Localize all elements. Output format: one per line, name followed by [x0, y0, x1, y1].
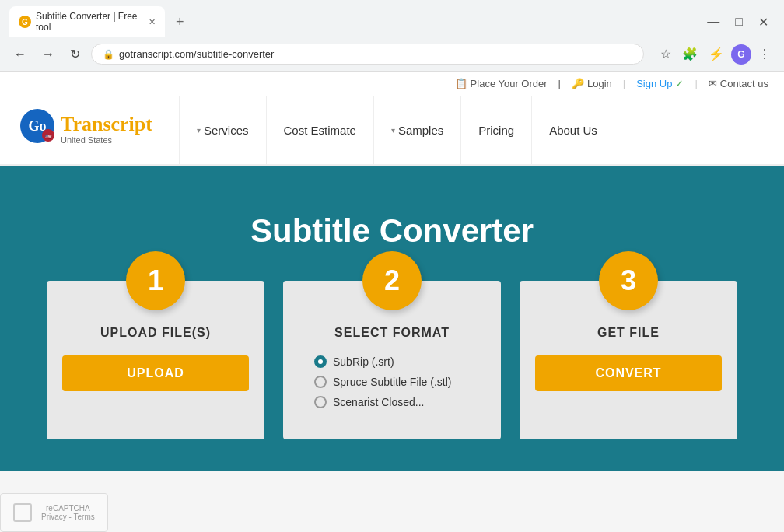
tab-favicon: G: [19, 16, 31, 28]
bookmark-icon[interactable]: ☆: [656, 44, 675, 65]
close-button[interactable]: ✕: [752, 13, 775, 31]
nav-items: ▾ Services Cost Estimate ▾ Samples Prici…: [179, 96, 784, 164]
main-nav: Go 🇺🇸 Transcript United States ▾ Service…: [0, 96, 784, 166]
step-1-card: 1 UPLOAD FILE(S) UPLOAD: [47, 281, 264, 439]
logo[interactable]: Go 🇺🇸 Transcript United States: [16, 107, 156, 153]
format-list: SubRip (.srt) Spruce Subtitle File (.stl…: [299, 355, 485, 408]
chevron-icon: ▾: [197, 126, 201, 135]
step-3-number: 3: [599, 251, 658, 310]
step-1-content: UPLOAD: [47, 355, 264, 391]
format-option-stl[interactable]: Spruce Subtitle File (.stl): [314, 376, 470, 388]
step-2-number: 2: [362, 251, 422, 310]
nav-item-services[interactable]: ▾ Services: [179, 96, 266, 164]
browser-titlebar: G Subtitle Converter | Free tool ✕ + — □…: [0, 0, 784, 40]
browser-chrome: G Subtitle Converter | Free tool ✕ + — □…: [0, 0, 784, 72]
address-bar[interactable]: 🔒 gotranscript.com/subtitle-converter: [91, 44, 644, 65]
nav-item-cost-estimate[interactable]: Cost Estimate: [266, 96, 373, 164]
nav-item-samples[interactable]: ▾ Samples: [373, 96, 460, 164]
maximize-button[interactable]: □: [729, 13, 749, 31]
refresh-button[interactable]: ↻: [65, 44, 85, 65]
convert-button[interactable]: CONVERT: [535, 355, 722, 391]
website: 📋 Place Your Order | 🔑 Login | Sign Up ✓…: [0, 72, 784, 471]
radio-scenarist[interactable]: [314, 396, 327, 408]
step-1-number: 1: [126, 251, 185, 310]
utility-bar: 📋 Place Your Order | 🔑 Login | Sign Up ✓…: [0, 72, 784, 96]
extensions-icon[interactable]: 🧩: [678, 44, 702, 65]
hero-section: Subtitle Converter 1 UPLOAD FILE(S) UPLO…: [0, 166, 784, 471]
new-tab-button[interactable]: +: [171, 12, 189, 32]
envelope-icon: ✉: [709, 78, 717, 89]
nav-item-about[interactable]: About Us: [531, 96, 614, 164]
place-order-link[interactable]: 📋 Place Your Order: [455, 78, 548, 89]
svg-text:United States: United States: [61, 135, 113, 145]
steps-container: 1 UPLOAD FILE(S) UPLOAD 2 SELECT FORMAT …: [16, 281, 768, 439]
tab-close-icon[interactable]: ✕: [149, 17, 156, 27]
page-title: Subtitle Converter: [16, 212, 768, 250]
format-option-scenarist[interactable]: Scenarist Closed...: [314, 396, 470, 408]
svg-text:Transcript: Transcript: [61, 113, 152, 135]
upload-button[interactable]: UPLOAD: [62, 355, 249, 391]
logo-area: Go 🇺🇸 Transcript United States: [0, 96, 179, 164]
login-link[interactable]: 🔑 Login: [572, 78, 612, 89]
utility-divider-3: |: [695, 78, 697, 89]
format-option-srt[interactable]: SubRip (.srt): [314, 355, 470, 368]
extension-icon-2[interactable]: ⚡: [705, 44, 728, 65]
nav-item-pricing[interactable]: Pricing: [460, 96, 531, 164]
forward-button[interactable]: →: [37, 44, 59, 65]
utility-divider-1: |: [558, 78, 561, 89]
step-2-card: 2 SELECT FORMAT SubRip (.srt) Spruce Sub…: [283, 281, 501, 439]
utility-divider-2: |: [623, 78, 625, 89]
step-2-title: SELECT FORMAT: [283, 326, 501, 340]
radio-srt[interactable]: [314, 355, 327, 368]
logo-image: Go 🇺🇸 Transcript United States: [16, 107, 156, 153]
radio-stl[interactable]: [314, 376, 327, 388]
signup-link[interactable]: Sign Up ✓: [636, 78, 684, 89]
svg-text:🇺🇸: 🇺🇸: [45, 133, 52, 140]
profile-avatar[interactable]: G: [731, 44, 751, 65]
menu-icon[interactable]: ⋮: [754, 44, 775, 65]
svg-text:G: G: [22, 18, 28, 26]
step-3-content: CONVERT: [520, 355, 737, 391]
step-3-title: GET FILE: [520, 326, 737, 340]
lock-icon: 🔒: [103, 49, 114, 60]
step-1-title: UPLOAD FILE(S): [47, 326, 264, 340]
order-icon: 📋: [455, 78, 467, 89]
url-text: gotranscript.com/subtitle-converter: [119, 48, 632, 60]
back-button[interactable]: ←: [9, 44, 31, 65]
key-icon: 🔑: [572, 78, 584, 89]
browser-tab[interactable]: G Subtitle Converter | Free tool ✕: [9, 6, 165, 37]
browser-addressbar: ← → ↻ 🔒 gotranscript.com/subtitle-conver…: [0, 40, 784, 71]
window-controls: — □ ✕: [701, 13, 775, 31]
browser-toolbar: ☆ 🧩 ⚡ G ⋮: [656, 44, 775, 65]
tab-title: Subtitle Converter | Free tool: [36, 11, 141, 33]
step-2-content: SubRip (.srt) Spruce Subtitle File (.stl…: [283, 355, 501, 408]
step-3-card: 3 GET FILE CONVERT: [520, 281, 737, 439]
minimize-button[interactable]: —: [701, 13, 726, 31]
chevron-icon-2: ▾: [391, 126, 395, 135]
check-icon: ✓: [675, 78, 684, 89]
contact-link[interactable]: ✉ Contact us: [709, 78, 768, 89]
